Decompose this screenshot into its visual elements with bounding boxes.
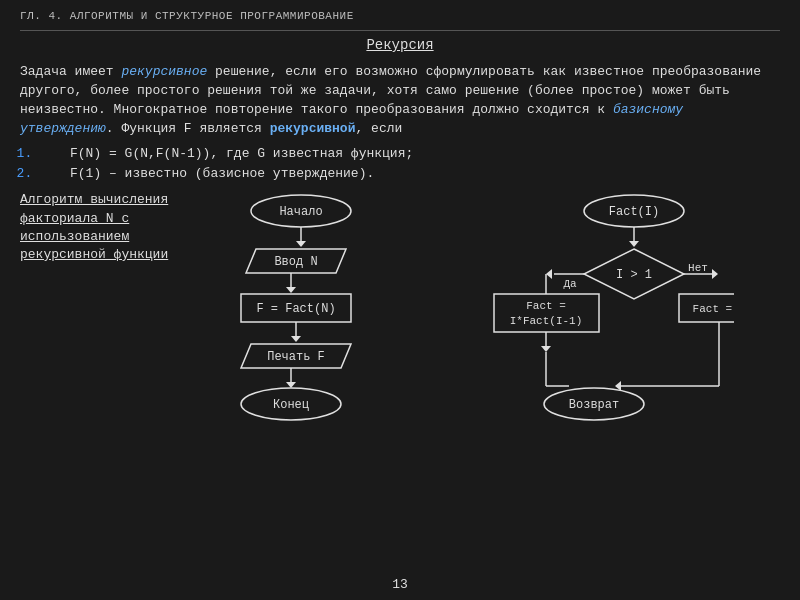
svg-marker-3 bbox=[296, 241, 306, 247]
svg-marker-36 bbox=[541, 346, 551, 352]
text-part4: , если bbox=[355, 121, 402, 136]
fact-flowchart-svg: Fact(I) I > 1 Да Нет bbox=[474, 191, 734, 421]
main-paragraph: Задача имеет рекурсивное решение, если е… bbox=[20, 63, 780, 138]
page: Гл. 4. АЛГОРИТМЫ И СТРУКТУРНОЕ ПРОГРАММИ… bbox=[0, 0, 800, 600]
svg-text:F = Fact(N): F = Fact(N) bbox=[257, 302, 336, 316]
chapter-title: Гл. 4. АЛГОРИТМЫ И СТРУКТУРНОЕ ПРОГРАММИ… bbox=[20, 10, 780, 22]
svg-text:Ввод N: Ввод N bbox=[275, 255, 318, 269]
svg-marker-21 bbox=[629, 241, 639, 247]
svg-text:Конец: Конец bbox=[273, 398, 309, 412]
svg-marker-27 bbox=[546, 269, 552, 279]
text-italic1: рекурсивное bbox=[121, 64, 207, 79]
text-part1: Задача имеет bbox=[20, 64, 121, 79]
algorithm-section: Алгоритм вычисления факториала N с испол… bbox=[20, 191, 780, 425]
svg-text:Печать F: Печать F bbox=[267, 350, 325, 364]
svg-text:I > 1: I > 1 bbox=[616, 268, 652, 282]
recursive-list: F(N) = G(N,F(N-1)), где G известная функ… bbox=[40, 144, 780, 183]
flowcharts-container: Начало Ввод N F = Fact(N) bbox=[175, 191, 780, 425]
page-number: 13 bbox=[392, 577, 408, 592]
list-item-2: F(1) – известно (базисное утверждение). bbox=[40, 164, 780, 184]
svg-text:Возврат: Возврат bbox=[569, 398, 619, 412]
svg-marker-29 bbox=[712, 269, 718, 279]
svg-marker-15 bbox=[286, 382, 296, 388]
svg-marker-7 bbox=[286, 287, 296, 293]
svg-text:I*Fact(I-1): I*Fact(I-1) bbox=[509, 315, 582, 327]
divider bbox=[20, 30, 780, 31]
algorithm-label: Алгоритм вычисления факториала N с испол… bbox=[20, 191, 175, 425]
list-item-1: F(N) = G(N,F(N-1)), где G известная функ… bbox=[40, 144, 780, 164]
text-bold1: рекурсивной bbox=[270, 121, 356, 136]
svg-marker-11 bbox=[291, 336, 301, 342]
svg-text:Начало: Начало bbox=[280, 205, 323, 219]
svg-text:Нет: Нет bbox=[688, 262, 708, 274]
svg-text:Fact =: Fact = bbox=[526, 300, 566, 312]
svg-text:Fact = 1: Fact = 1 bbox=[692, 303, 733, 315]
svg-text:Fact(I): Fact(I) bbox=[609, 205, 659, 219]
svg-text:Да: Да bbox=[563, 278, 577, 290]
text-part3: . Функция F является bbox=[106, 121, 270, 136]
main-flowchart: Начало Ввод N F = Fact(N) bbox=[221, 191, 381, 425]
section-title: Рекурсия bbox=[20, 37, 780, 53]
fact-flowchart: Fact(I) I > 1 Да Нет bbox=[474, 191, 734, 425]
main-flowchart-svg: Начало Ввод N F = Fact(N) bbox=[221, 191, 381, 421]
